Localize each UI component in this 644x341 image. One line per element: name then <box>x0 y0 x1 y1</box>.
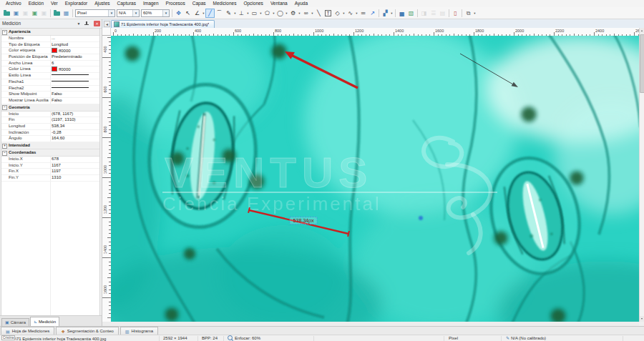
menu-edición[interactable]: Edición <box>25 0 47 7</box>
image-info-button-icon[interactable]: ▧ <box>406 9 416 18</box>
menu-capturas[interactable]: Capturas <box>114 0 140 7</box>
bottom-tab-segmentaci-n-conteo[interactable]: ❖Segmentación & Conteo <box>56 327 118 335</box>
batch-save-icon[interactable]: ▣ <box>30 9 39 18</box>
menu-mediciones[interactable]: Mediciones <box>210 0 240 7</box>
property-value[interactable] <box>52 73 99 79</box>
unit-select[interactable]: Pixel▼ <box>75 9 115 17</box>
scroll-up-icon[interactable]: ▲ <box>640 28 644 34</box>
property-value[interactable]: Longitud <box>52 42 99 48</box>
diagonal-tool-icon[interactable]: ╲ <box>314 9 323 18</box>
property-value[interactable]: Falso <box>52 98 99 104</box>
panel-tab-cámara[interactable]: ▣Cámara <box>1 318 29 326</box>
chevron-down-icon[interactable]: ▼ <box>132 10 139 16</box>
close-file-icon[interactable]: ▣ <box>39 9 49 18</box>
callout-tool-icon[interactable]: ◇ <box>333 9 342 18</box>
image-canvas[interactable]: VENTUS Ciencia Experimental <box>111 36 639 322</box>
zoom-select[interactable]: 60%▼ <box>141 9 170 17</box>
chevron-down-icon[interactable]: ▼ <box>108 10 114 16</box>
annotation-button-icon[interactable]: ▯ <box>451 9 460 18</box>
property-value[interactable] <box>52 79 99 85</box>
property-value[interactable]: 1167 <box>52 163 99 169</box>
panel-tab-medición[interactable]: ⊾Medición <box>30 317 59 326</box>
menu-ajustes[interactable]: Ajustes <box>91 0 113 7</box>
browse-folder-icon[interactable] <box>52 9 62 18</box>
property-value[interactable]: Falso <box>52 92 99 97</box>
menu-procesos[interactable]: Procesos <box>162 0 189 7</box>
section-apariencia[interactable]: −Apariencia <box>1 29 99 36</box>
property-value[interactable]: ... <box>52 36 99 41</box>
property-row[interactable]: Estilo Linea <box>1 73 99 79</box>
save-icon[interactable]: ▣ <box>11 9 21 18</box>
vertical-scrollbar[interactable]: ▲ ▼ <box>639 28 644 322</box>
menu-ver[interactable]: Ver <box>47 0 62 7</box>
menu-imagen[interactable]: Imagen <box>140 0 162 7</box>
export-button-icon[interactable]: ⧉ <box>464 9 473 18</box>
layer-button-icon[interactable]: ◨ <box>419 9 429 18</box>
property-row[interactable]: Inicio.X678 <box>1 157 99 163</box>
property-row[interactable]: Posición de EtiquetaPredeterminado <box>1 54 99 61</box>
menu-archivo[interactable]: Archivo <box>2 0 25 7</box>
menu-opciones[interactable]: Opciones <box>240 0 266 7</box>
property-row[interactable]: Fin(1197, 1310) <box>1 117 99 124</box>
property-row[interactable]: Flecha2 <box>1 86 99 92</box>
property-row[interactable]: Ancho Linea6 <box>1 61 99 67</box>
menu-ventana[interactable]: Ventana <box>267 0 291 7</box>
angle-tool-icon[interactable]: ∠ <box>192 9 202 18</box>
thumbnail-view-icon[interactable]: ▦ <box>62 9 71 18</box>
scatter-tool-icon[interactable]: ▞ <box>381 9 390 18</box>
property-value[interactable]: 6 <box>52 61 99 66</box>
list-button-icon[interactable]: ☰ <box>429 9 438 18</box>
property-row[interactable]: Inclinación-0,28 <box>1 130 99 137</box>
collapse-icon[interactable]: − <box>2 105 7 110</box>
property-row[interactable]: Show MidpointFalso <box>1 92 99 98</box>
property-row[interactable]: Nombre... <box>1 36 99 42</box>
bottom-tab-histograma[interactable]: ▥Histograma <box>120 327 158 335</box>
calibration-select[interactable]: N/A▼ <box>117 9 140 17</box>
line-tool-icon[interactable]: ╱ <box>205 9 215 18</box>
menu-explorador[interactable]: Explorador <box>62 0 91 7</box>
property-value[interactable]: Predeterminado <box>52 54 99 60</box>
bottom-tab-hoja-de-mediciones[interactable]: ▤Hoja de Mediciones <box>1 327 54 335</box>
section-coordenadas[interactable]: −Coordenadas <box>1 149 99 157</box>
dropdown-caret-icon[interactable]: ▾ <box>473 11 477 15</box>
property-value[interactable] <box>52 86 99 92</box>
section-geometría[interactable]: −Geometría <box>1 104 99 112</box>
property-value[interactable]: 1197 <box>52 169 99 174</box>
property-row[interactable]: Color Lineaff0000 <box>1 66 99 73</box>
property-value[interactable]: 678 <box>52 157 99 162</box>
grid-button-icon[interactable]: ▤ <box>438 9 447 18</box>
dropdown-caret-icon[interactable]: ▾ <box>390 11 394 15</box>
tab-scroll-left-button[interactable]: ◄ <box>104 21 110 27</box>
select-tool-icon[interactable]: ↖ <box>183 9 192 18</box>
connector-tool-icon[interactable]: ∞ <box>301 9 311 18</box>
gear-tool-icon[interactable]: ⚙ <box>288 9 298 18</box>
pan-tool-icon[interactable]: ✥ <box>174 9 183 18</box>
property-row[interactable]: Color etiquetaff0000 <box>1 48 99 54</box>
property-row[interactable]: Flecha1 <box>1 79 99 86</box>
pen-tool-icon[interactable]: ✎ <box>224 9 233 18</box>
property-row[interactable]: Fin.X1197 <box>1 169 99 175</box>
property-value[interactable]: -0,28 <box>52 130 99 136</box>
collapse-icon[interactable]: − <box>2 30 7 35</box>
property-row[interactable]: Fin.Y1310 <box>1 175 99 182</box>
property-value[interactable]: (678, 1167) <box>52 112 99 117</box>
property-value[interactable]: 1310 <box>52 175 99 181</box>
menu-ayuda[interactable]: Ayuda <box>291 0 311 7</box>
image-document-tab[interactable]: 71 Epidermis inferior hoja Tradescantia … <box>111 20 215 28</box>
panel-pin-icon[interactable] <box>84 21 89 26</box>
property-row[interactable]: Inicio(678, 1167) <box>1 112 99 118</box>
wave-tool-icon[interactable]: ∿ <box>346 9 355 18</box>
section-intensidad[interactable]: +Intensidad <box>1 142 99 149</box>
ellipse-tool-icon[interactable]: ◯ <box>275 9 285 18</box>
property-value[interactable]: (1197, 1310) <box>52 117 99 123</box>
property-row[interactable]: Mostrar Linea AuxiliarFalso <box>1 98 99 104</box>
property-row[interactable]: Inicio.Y1167 <box>1 163 99 169</box>
text-tool-icon[interactable]: T <box>325 10 331 16</box>
perpendicular-tool-icon[interactable]: ⊥ <box>237 9 246 18</box>
parallel-tool-icon[interactable]: ═ <box>358 9 368 18</box>
panel-menu-caret-icon[interactable]: ▼ <box>76 21 82 26</box>
rectangle-tool-icon[interactable]: ▭ <box>250 9 259 18</box>
curve-tool-icon[interactable]: ⌒ <box>215 9 224 18</box>
collapse-icon[interactable]: − <box>2 151 7 156</box>
save-as-icon[interactable]: ▣ <box>21 9 30 18</box>
